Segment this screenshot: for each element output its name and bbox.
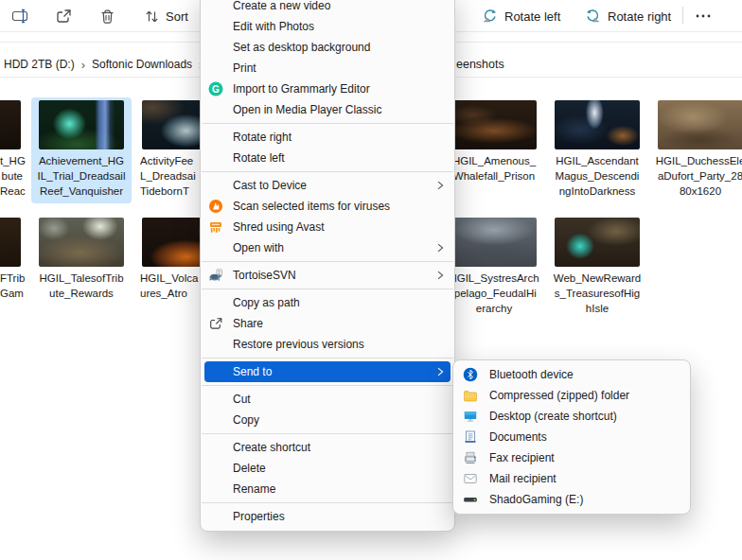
menu-item-edit-with-photos[interactable]: Edit with Photos [204,16,450,37]
rotate-left-button[interactable]: Rotate left [481,4,560,28]
menu-item-create-shortcut[interactable]: Create shortcut [204,437,450,458]
menu-item-open-with[interactable]: Open with [204,237,450,258]
zip-folder-icon [463,388,478,403]
breadcrumb-item-current[interactable]: eenshots [456,47,504,81]
mail-icon [463,471,478,486]
menu-item-label: Properties [204,510,285,523]
menu-item-set-as-desktop-background[interactable]: Set as desktop background [204,37,450,58]
menu-item-send-to[interactable]: Send to [204,361,450,382]
send-to-item-fax-recipient[interactable]: Fax recipient [457,447,686,468]
menu-item-label: Restore previous versions [204,338,364,351]
file-thumbnail [555,100,640,149]
menu-separator [202,261,453,262]
menu-item-label: Rename [204,482,275,496]
breadcrumb-item-drive[interactable]: HDD 2TB (D:) [4,58,75,71]
documents-icon [463,429,478,445]
menu-item-label: Copy as path [204,296,300,309]
menu-item-rotate-left[interactable]: Rotate left [204,148,450,168]
menu-item-tortoisesvn[interactable]: TortoiseSVN [204,265,450,286]
menu-item-restore-previous-versions[interactable]: Restore previous versions [204,334,450,355]
file-item[interactable]: Web_NewRewards_TreasuresofHighIsle [550,218,645,316]
toolbar-divider [682,7,683,24]
menu-separator [202,385,453,386]
rename-icon [11,8,28,25]
menu-item-label: Import to Grammarly Editor [204,82,370,96]
send-to-item-desktop-create-shortcut-[interactable]: Desktop (create shortcut) [457,406,686,427]
file-item[interactable]: HGIL_AscendantMagus_DescendingIntoDarkne… [550,100,645,199]
menu-item-label: Cut [204,393,251,406]
send-to-item-documents[interactable]: Documents [457,427,686,447]
menu-item-copy-as-path[interactable]: Copy as path [204,292,450,313]
file-thumbnail [451,100,537,149]
menu-item-share[interactable]: Share [204,313,450,334]
file-thumbnail [658,100,742,149]
file-name: HGIL_SystresArchipelago_FeudalHierarchy [447,271,541,316]
file-item[interactable]: Achievement_HGIL_Trial_DreadsailReef_Van… [31,97,132,203]
more-options-button[interactable] [694,4,713,28]
menu-item-label: Desktop (create shortcut) [457,410,617,423]
avast-icon [208,199,223,214]
menu-item-label: Send to [204,365,272,378]
file-thumbnail [39,100,124,149]
menu-item-label: Open with [204,241,284,254]
delete-button[interactable] [98,4,116,28]
file-item[interactable]: HGIL_Amenous_Whalefall_Prison [447,100,541,184]
rename-button[interactable] [11,4,28,28]
menu-item-label: Create shortcut [204,441,310,454]
submenu-arrow-icon [433,241,447,254]
breadcrumb-item-folder[interactable]: Softonic Downloads [92,58,192,71]
file-thumbnail [451,218,537,267]
sort-icon [144,9,160,25]
menu-item-import-to-grammarly-editor[interactable]: GImport to Grammarly Editor [204,79,450,99]
file-thumbnail [555,218,640,267]
rotate-right-button[interactable]: Rotate right [584,4,671,28]
rotate-left-icon [481,8,499,26]
submenu-arrow-icon [433,179,447,192]
rotate-right-label: Rotate right [608,9,671,24]
share-button[interactable] [55,4,73,28]
menu-item-print[interactable]: Print [204,58,450,79]
menu-item-delete[interactable]: Delete [204,458,450,479]
send-to-item-shadogaming-e-[interactable]: ShadoGaming (E:) [457,489,686,510]
sort-button[interactable]: Sort [144,4,188,28]
menu-item-create-a-new-video[interactable]: Create a new video [204,0,450,16]
file-thumbnail [0,100,21,149]
menu-item-rotate-right[interactable]: Rotate right [204,127,450,148]
menu-item-open-in-media-player-classic[interactable]: Open in Media Player Classic [204,99,450,120]
rotate-right-icon [584,8,602,26]
grammarly-icon: G [208,81,223,96]
file-item[interactable]: HGIL_DuchessEleaDufort_Party_2880x1620 [653,100,742,199]
send-to-item-compressed-zipped-folder[interactable]: Compressed (zipped) folder [457,385,686,406]
send-to-item-bluetooth-device[interactable]: Bluetooth device [457,364,686,385]
menu-item-properties[interactable]: Properties [204,506,450,527]
menu-item-label: Rotate left [204,151,285,165]
drive-icon [463,492,478,507]
file-item[interactable]: t_HGbuteReac [0,100,25,199]
menu-item-label: Rotate right [204,131,292,144]
menu-item-copy[interactable]: Copy [204,410,450,430]
rotate-left-label: Rotate left [504,9,560,24]
menu-item-cast-to-device[interactable]: Cast to Device [204,175,450,196]
menu-item-label: Compressed (zipped) folder [457,389,629,402]
file-item[interactable]: FTribGam [0,218,25,301]
file-name: Web_NewRewards_TreasuresofHighIsle [550,271,645,316]
file-item[interactable]: HGIL_SystresArchipelago_FeudalHierarchy [447,218,541,316]
menu-item-shred-using-avast[interactable]: Shred using Avast [204,217,450,237]
menu-item-rename[interactable]: Rename [204,479,450,499]
menu-separator [202,171,453,172]
menu-item-scan-selected-items-for-viruses[interactable]: Scan selected items for viruses [204,196,450,217]
file-thumbnail [0,218,21,267]
file-name: Achievement_HGIL_Trial_DreadsailReef_Van… [34,153,129,199]
tortoise-icon [208,268,223,283]
trash-icon [98,8,116,26]
menu-item-cut[interactable]: Cut [204,389,450,410]
file-name: t_HGbuteReac [0,153,25,199]
menu-separator [202,123,453,124]
menu-separator [202,289,453,289]
submenu-arrow-icon [433,365,447,378]
menu-separator [202,358,453,359]
sort-label: Sort [166,9,188,24]
file-item[interactable]: HGIL_TalesofTribute_Rewards [34,218,129,301]
menu-item-label: Open in Media Player Classic [204,103,381,116]
send-to-item-mail-recipient[interactable]: Mail recipient [457,468,686,489]
